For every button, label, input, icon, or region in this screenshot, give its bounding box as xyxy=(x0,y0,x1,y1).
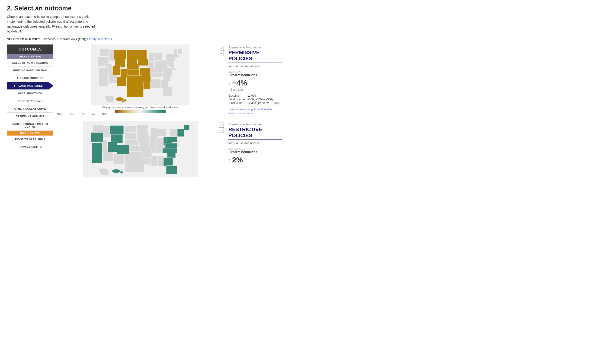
zoom-in-button-bottom[interactable]: + xyxy=(219,123,224,128)
change-arrow-up: ↑ xyxy=(228,157,231,163)
dc-label-bottom: DC xyxy=(177,144,180,146)
svg-rect-84 xyxy=(163,148,177,153)
svg-rect-59 xyxy=(138,135,150,142)
svg-rect-36 xyxy=(127,64,139,70)
page-header: 2. Select an outcome Choose an outcome b… xyxy=(7,5,288,34)
svg-rect-44 xyxy=(127,75,142,82)
svg-rect-83 xyxy=(165,143,177,148)
sidebar-item-firearm-homicides[interactable]: FIREARM HOMICIDES xyxy=(7,82,53,90)
total-change-label: Total change xyxy=(229,98,247,101)
svg-rect-29 xyxy=(114,50,126,59)
dc-label-top: DC xyxy=(174,69,176,71)
svg-rect-26 xyxy=(155,53,163,60)
sidebar-item-unintentional-firearm-deaths[interactable]: UNINTENTIONAL FIREARM DEATHS xyxy=(7,120,53,131)
svg-rect-73 xyxy=(157,128,166,136)
svg-rect-41 xyxy=(142,76,151,82)
legend-title: Change in outcome based on turning gun l… xyxy=(56,106,225,109)
svg-rect-21 xyxy=(150,72,163,77)
svg-point-47 xyxy=(121,101,124,102)
svg-rect-55 xyxy=(125,133,137,140)
svg-rect-80 xyxy=(110,126,124,134)
svg-rect-49 xyxy=(93,125,103,133)
final-value-label: Final value xyxy=(229,102,247,105)
svg-rect-82 xyxy=(166,137,177,142)
selected-policies-value: Stand-your-ground laws (ON); xyxy=(43,37,86,41)
svg-rect-31 xyxy=(113,66,120,75)
svg-point-45 xyxy=(116,97,124,101)
selected-policies-bar: SELECTED POLICIES: Stand-your-ground law… xyxy=(7,37,288,41)
zoom-out-button[interactable]: − xyxy=(219,51,224,56)
svg-rect-19 xyxy=(155,78,161,88)
us-map-top: DC xyxy=(56,45,225,105)
zoom-out-button-bottom[interactable]: − xyxy=(219,128,224,133)
sidebar-item-other-violent-crime[interactable]: OTHER VIOLENT CRIME xyxy=(7,105,53,113)
svg-rect-7 xyxy=(178,48,183,54)
us-map-bottom: DC xyxy=(56,121,225,177)
svg-rect-43 xyxy=(127,82,144,97)
sidebar-item-right-to-bear-arms[interactable]: RIGHT TO BEAR ARMS xyxy=(7,136,53,143)
baseline-value: 12,900 xyxy=(247,94,279,97)
baseline-label: Baseline xyxy=(229,94,247,97)
svg-rect-76 xyxy=(92,143,102,163)
svg-rect-17 xyxy=(160,80,168,88)
restrictive-policy-type: RESTRICTIVE POLICIES xyxy=(228,126,282,140)
quantitative-label: QUANTITATIVE xyxy=(7,54,53,59)
permissive-policy-type: PERMISSIVE POLICIES xyxy=(228,50,282,63)
sidebar-header: OUTCOMES xyxy=(7,45,53,54)
selected-policies-label: SELECTED POLICIES: xyxy=(7,37,41,41)
svg-rect-89 xyxy=(177,129,184,137)
outcome-name-top: Firearm homicides xyxy=(228,73,282,77)
page-description: Choose an outcome below to compare how e… xyxy=(7,14,95,34)
legend-bar xyxy=(56,110,225,113)
final-value-value: 12,400 (12,200 to 12,600) xyxy=(247,102,279,105)
permissive-stats-panel: Experts who favor more- PERMISSIVE POLIC… xyxy=(225,45,285,117)
svg-rect-33 xyxy=(117,77,127,86)
main-content: + − xyxy=(53,45,288,182)
for-label-top: for gun use and access xyxy=(228,65,282,68)
outcome-name-bottom: Firearm homicides xyxy=(228,150,282,154)
experts-favor-label-bottom: Experts who favor more- xyxy=(228,123,282,126)
restrictive-stats-panel: Experts who favor more- RESTRICTIVE POLI… xyxy=(225,121,285,177)
svg-rect-68 xyxy=(157,156,164,166)
nationwide-label-top: NATIONWIDE xyxy=(228,71,282,73)
svg-rect-70 xyxy=(157,138,164,146)
svg-rect-5 xyxy=(99,67,108,86)
modify-selections-link[interactable]: Modify selections xyxy=(87,37,112,41)
svg-rect-27 xyxy=(160,60,167,68)
experts-favor-label-top: Experts who favor more- xyxy=(228,46,282,49)
stats-table-top: Baseline 12,900 Total change −500 (−700 … xyxy=(228,94,280,105)
learn-more-link[interactable]: Learn more about policies that affect fi… xyxy=(228,108,282,115)
restrictive-section: + − xyxy=(56,121,285,179)
svg-rect-38 xyxy=(137,50,146,59)
sidebar-item-mass-shootings[interactable]: MASS SHOOTINGS xyxy=(7,90,53,97)
sidebar-item-firearm-suicides[interactable]: FIREARM SUICIDES xyxy=(7,74,53,82)
qualitative-label: QUALITATIVE xyxy=(7,131,53,136)
map-legend-top: Change in outcome based on turning gun l… xyxy=(56,106,225,115)
svg-rect-79 xyxy=(117,145,129,154)
zoom-in-button[interactable]: + xyxy=(219,46,224,51)
sidebar-item-property-crime[interactable]: PROPERTY CRIME xyxy=(7,97,53,105)
change-pct-bottom: 2% xyxy=(232,156,243,164)
svg-rect-35 xyxy=(127,57,137,65)
change-arrow-down: ↓ xyxy=(228,80,231,86)
svg-rect-63 xyxy=(125,157,144,172)
svg-rect-1 xyxy=(100,49,109,57)
svg-rect-40 xyxy=(139,68,150,76)
sidebar-item-privacy-rights[interactable]: PRIVACY RIGHTS xyxy=(7,143,53,151)
sidebar-item-sales-of-new-firearms[interactable]: SALES OF NEW FIREARMS xyxy=(7,59,53,67)
change-range-top: (−5 to −2%) xyxy=(228,88,282,91)
sidebar-item-defensive-gun-use[interactable]: DEFENSIVE GUN USE xyxy=(7,113,53,120)
top-map-wrapper: + − xyxy=(56,45,225,117)
change-row-top: ↓ −4% xyxy=(228,79,282,87)
nationwide-label-bottom: NATIONWIDE xyxy=(228,148,282,150)
sidebar-item-hunting-participation[interactable]: HUNTING PARTICIPATION xyxy=(7,67,53,74)
svg-rect-71 xyxy=(150,136,157,149)
change-row-bottom: ↑ 2% xyxy=(228,156,282,164)
svg-rect-69 xyxy=(151,156,158,166)
svg-rect-11 xyxy=(172,62,174,66)
svg-rect-37 xyxy=(127,70,139,76)
total-change-value: −500 (−700 to −300) xyxy=(247,98,279,101)
bottom-map-wrapper: + − xyxy=(56,121,225,177)
change-pct-top: −4% xyxy=(232,79,247,87)
svg-rect-75 xyxy=(91,133,103,142)
